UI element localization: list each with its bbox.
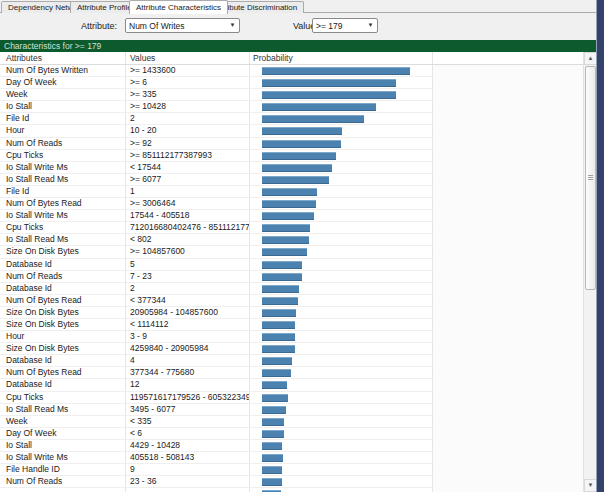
row-probability-cell <box>250 283 433 294</box>
table-row[interactable]: Io Stall Write Ms 17544 - 405518 <box>0 210 433 222</box>
table-row[interactable]: Num Of Reads 23 - 36 <box>0 476 433 488</box>
table-row[interactable]: Io Stall Write Ms 405518 - 508143 <box>0 452 433 464</box>
table-row[interactable]: File Id 2 <box>0 113 433 125</box>
row-attribute: Hour <box>0 125 126 136</box>
table-row[interactable]: Cpu Ticks 119571617179526 - 605322349738… <box>0 392 433 404</box>
row-probability-cell <box>250 65 433 76</box>
probability-bar <box>262 466 282 474</box>
table-row[interactable]: Io Stall 4429 - 10428 <box>0 440 433 452</box>
table-row[interactable]: Size On Disk Bytes 20905984 - 104857600 <box>0 307 433 319</box>
table-row[interactable]: Io Stall >= 10428 <box>0 101 433 113</box>
row-value: >= 104857600 <box>126 246 250 257</box>
viewer-content: Dependency Network Attribute Profiles At… <box>0 0 597 492</box>
row-value: < 6 <box>126 428 250 439</box>
row-value: 9 <box>126 464 250 475</box>
table-row[interactable]: Num Of Bytes Read 377344 - 775680 <box>0 367 433 379</box>
row-attribute: Num Of Bytes Read <box>0 295 126 306</box>
row-attribute: Num Of Reads <box>0 476 126 487</box>
table-row[interactable]: Io Stall Write Ms < 17544 <box>0 162 433 174</box>
row-probability-cell <box>250 416 433 427</box>
row-probability-cell <box>250 488 433 492</box>
row-probability-cell <box>250 198 433 209</box>
row-value: >= 3006464 <box>126 198 250 209</box>
table-row[interactable]: Database Id 5 <box>0 259 433 271</box>
table-row[interactable]: Size On Disk Bytes < 1114112 <box>0 319 433 331</box>
row-value: 17544 - 405518 <box>126 210 250 221</box>
row-attribute: Cpu Ticks <box>0 222 126 233</box>
column-header-values[interactable]: Values <box>126 52 250 64</box>
probability-bar <box>262 406 286 414</box>
probability-bar <box>262 273 302 281</box>
probability-bar <box>262 478 282 486</box>
table-row[interactable]: Cpu Ticks 712016680402476 - 851112177387… <box>0 222 433 234</box>
vertical-scrollbar[interactable]: ▲ ▼ <box>583 52 597 492</box>
row-value: < 377344 <box>126 295 250 306</box>
table-row[interactable]: Num Of Bytes Read >= 3006464 <box>0 198 433 210</box>
scrollbar-grip-icon <box>588 175 593 180</box>
table-row[interactable]: Size On Disk Bytes 4259840 - 20905984 <box>0 343 433 355</box>
probability-bar <box>262 442 282 450</box>
row-attribute: Io Stall Write Ms <box>0 210 126 221</box>
row-attribute: Database Id <box>0 259 126 270</box>
row-probability-cell <box>250 162 433 173</box>
table-row[interactable]: Hour 10 - 20 <box>0 125 433 137</box>
probability-bar <box>262 212 314 220</box>
row-attribute: Io Stall <box>0 101 126 112</box>
row-probability-cell <box>250 89 433 100</box>
row-attribute: Database Id <box>0 283 126 294</box>
table-row[interactable] <box>0 488 433 492</box>
window-edge <box>596 0 604 492</box>
table-row[interactable]: Database Id 4 <box>0 355 433 367</box>
probability-bar <box>262 357 292 365</box>
tab-attribute-characteristics[interactable]: Attribute Characteristics <box>129 0 228 14</box>
table-row[interactable]: Num Of Reads 7 - 23 <box>0 271 433 283</box>
row-value: >= 6077 <box>126 174 250 185</box>
table-row[interactable]: File Handle ID 9 <box>0 464 433 476</box>
table-row[interactable]: Num Of Reads >= 92 <box>0 138 433 150</box>
table-rows: Num Of Bytes Written >= 1433600 Day Of W… <box>0 65 433 492</box>
table-row[interactable]: Week >= 335 <box>0 89 433 101</box>
probability-bar <box>262 381 287 389</box>
row-value: < 802 <box>126 234 250 245</box>
row-value: 5 <box>126 259 250 270</box>
row-attribute: Size On Disk Bytes <box>0 343 126 354</box>
table-row[interactable]: Io Stall Read Ms 3495 - 6077 <box>0 404 433 416</box>
probability-bar <box>262 297 298 305</box>
filter-toolbar: Attribute: Num Of Writes ▼ Value: >= 179… <box>0 13 597 40</box>
row-probability-cell <box>250 295 433 306</box>
attribute-combobox-value: Num Of Writes <box>126 21 226 31</box>
table-row[interactable]: Cpu Ticks >= 851112177387993 <box>0 150 433 162</box>
table-row[interactable]: Week < 335 <box>0 416 433 428</box>
row-attribute <box>0 488 126 492</box>
probability-bar <box>262 261 302 269</box>
column-header-attributes[interactable]: Attributes <box>0 52 126 64</box>
row-attribute: File Id <box>0 186 126 197</box>
table-row[interactable]: Hour 3 - 9 <box>0 331 433 343</box>
tab-strip: Dependency Network Attribute Profiles At… <box>0 0 597 13</box>
table-row[interactable]: Num Of Bytes Read < 377344 <box>0 295 433 307</box>
row-attribute: Day Of Week <box>0 77 126 88</box>
attribute-characteristics-viewer: Dependency Network Attribute Profiles At… <box>0 0 604 492</box>
row-attribute: Io Stall Read Ms <box>0 234 126 245</box>
table-row[interactable]: Num Of Bytes Written >= 1433600 <box>0 65 433 77</box>
table-row[interactable]: Io Stall Read Ms >= 6077 <box>0 174 433 186</box>
table-row[interactable]: Database Id 2 <box>0 283 433 295</box>
scrollbar-thumb[interactable] <box>585 66 596 290</box>
probability-bar <box>262 152 336 160</box>
table-row[interactable]: Size On Disk Bytes >= 104857600 <box>0 246 433 258</box>
table-row[interactable]: Day Of Week < 6 <box>0 428 433 440</box>
row-attribute: Database Id <box>0 355 126 366</box>
row-value: >= 92 <box>126 138 250 149</box>
row-attribute: Cpu Ticks <box>0 150 126 161</box>
attribute-combobox[interactable]: Num Of Writes ▼ <box>125 18 240 33</box>
row-attribute: Io Stall Write Ms <box>0 452 126 463</box>
table-row[interactable]: File Id 1 <box>0 186 433 198</box>
table-row[interactable]: Day Of Week >= 6 <box>0 77 433 89</box>
row-value: >= 10428 <box>126 101 250 112</box>
column-header-probability[interactable]: Probability <box>250 52 433 64</box>
row-probability-cell <box>250 392 433 403</box>
table-row[interactable]: Io Stall Read Ms < 802 <box>0 234 433 246</box>
probability-bar <box>262 418 284 426</box>
value-combobox[interactable]: >= 179 ▼ <box>312 18 378 33</box>
table-row[interactable]: Database Id 12 <box>0 379 433 391</box>
